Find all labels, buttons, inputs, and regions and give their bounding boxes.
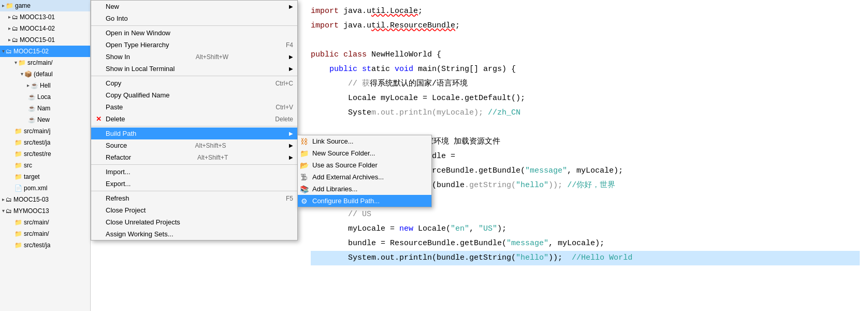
tree-label: src/test/ja: [24, 241, 50, 250]
menu-item-refactor[interactable]: Refactor Alt+Shift+T ▶: [91, 151, 297, 163]
menu-item-source[interactable]: Source Alt+Shift+S ▶: [91, 139, 297, 151]
tree-label: game: [15, 1, 31, 10]
submenu-arrow: ▶: [284, 154, 293, 160]
folder-icon: 📁: [6, 1, 13, 10]
menu-item-delete[interactable]: ✕ Delete Delete: [91, 113, 297, 125]
tree-item-mymooc13[interactable]: ▾ 🗂 MYMOOC13: [0, 205, 90, 217]
configure-build-path-icon: ⚙: [300, 197, 308, 205]
menu-item-assign-working-sets[interactable]: Assign Working Sets...: [91, 228, 297, 240]
new-source-folder-icon: 📁: [300, 149, 308, 158]
tree-item-mooc13[interactable]: ▸ 🗂 MOOC13-01: [0, 11, 90, 23]
project-icon: 🗂: [6, 47, 12, 56]
tree-label: MOOC15-03: [13, 195, 49, 204]
tree-item-mooc15-02[interactable]: ▾ 🗂 MOOC15-02: [0, 46, 90, 57]
tree-item-mooc14[interactable]: ▸ 🗂 MOOC14-02: [0, 23, 90, 34]
separator: [91, 76, 297, 76]
project-icon: 🗂: [6, 195, 12, 204]
class-icon: ☕: [28, 92, 36, 102]
expand-arrow: ▸: [8, 12, 11, 22]
tree-item-target[interactable]: 📁 target: [0, 171, 90, 182]
tree-label: src/main/j: [24, 126, 50, 136]
submenu-item-add-libraries[interactable]: 📚 Add Libraries...: [298, 183, 431, 195]
tree-item-game[interactable]: ▸ 📁 game: [0, 0, 90, 11]
submenu-arrow: ▶: [284, 54, 293, 60]
tree-label: target: [24, 172, 40, 181]
file-icon: 📄: [15, 183, 22, 193]
code-line: myLocale = new Locale("en", "US");: [311, 222, 860, 236]
menu-item-import[interactable]: Import...: [91, 166, 297, 178]
tree-label: src: [24, 161, 32, 170]
tree-label: Nam: [37, 104, 50, 113]
tree-item-src[interactable]: 📁 src: [0, 160, 90, 171]
tree-item-srctestre[interactable]: 📁 src/test/re: [0, 148, 90, 160]
menu-label: Add External Archives...: [312, 173, 384, 181]
submenu-arrow: ▶: [284, 143, 293, 148]
submenu-item-use-as-source[interactable]: 📂 Use as Source Folder: [298, 159, 431, 171]
project-icon: 🗂: [12, 12, 18, 22]
code-line: import java.util.ResourceBundle;: [311, 19, 860, 33]
menu-item-copy[interactable]: Copy Ctrl+C: [91, 77, 297, 89]
menu-item-export[interactable]: Export...: [91, 178, 297, 190]
submenu-arrow: ▶: [284, 66, 293, 72]
menu-label: Show in Local Terminal: [106, 65, 175, 73]
menu-shortcut: Alt+Shift+T: [187, 154, 228, 161]
menu-item-show-in[interactable]: Show In Alt+Shift+W ▶: [91, 51, 297, 63]
tree-label: src/main/: [27, 58, 53, 67]
menu-shortcut: Delete: [265, 116, 293, 123]
separator: [91, 164, 297, 165]
tree-item-default[interactable]: ▾ 📦 (defaul: [0, 68, 90, 80]
expand-arrow: ▸: [2, 195, 5, 204]
menu-label: Build Path: [106, 130, 136, 137]
menu-label: Paste: [106, 103, 123, 111]
tree-item-mymooc-srcmain1[interactable]: 📁 src/main/: [0, 217, 90, 228]
code-line: public static void main(String[] args) {: [311, 62, 860, 77]
tree-item-hell[interactable]: ▸ ☕ Hell: [0, 80, 90, 91]
tree-item-srctestja[interactable]: 📁 src/test/ja: [0, 137, 90, 148]
tree-item-mooc15-03[interactable]: ▸ 🗂 MOOC15-03: [0, 194, 90, 205]
menu-item-open-new-window[interactable]: Open in New Window: [91, 27, 297, 39]
tree-label: New: [37, 115, 50, 124]
folder-icon: 📁: [15, 161, 22, 170]
tree-label: Hell: [40, 81, 51, 90]
menu-item-new[interactable]: New ▶: [91, 1, 297, 12]
tree-item-mymooc-srcmain2[interactable]: 📁 src/main/: [0, 228, 90, 239]
menu-item-copy-qualified[interactable]: Copy Qualified Name: [91, 89, 297, 101]
tree-item-loca[interactable]: ☕ Loca: [0, 91, 90, 103]
menu-item-go-into[interactable]: Go Into: [91, 12, 297, 24]
file-tree: ▸ 📁 game ▸ 🗂 MOOC13-01 ▸ 🗂 MOOC14-02 ▸ 🗂…: [0, 0, 91, 311]
submenu-item-link-source[interactable]: ⛓ Link Source...: [298, 135, 431, 147]
tree-item-srcmain[interactable]: ▾ 📁 src/main/: [0, 57, 90, 68]
tree-item-new[interactable]: ☕ New: [0, 114, 90, 125]
class-icon: ☕: [28, 104, 36, 113]
tree-label: src/main/: [24, 229, 49, 238]
project-icon: 🗂: [12, 35, 18, 45]
menu-label: Go Into: [106, 15, 128, 22]
code-line: [311, 33, 860, 48]
tree-label: pom.xml: [24, 183, 47, 193]
submenu-item-configure-build-path[interactable]: ⚙ Configure Build Path...: [298, 195, 431, 207]
tree-item-srcmainj[interactable]: 📁 src/main/j: [0, 125, 90, 137]
menu-label: Copy: [106, 79, 121, 87]
menu-label: Refactor: [106, 153, 131, 161]
tree-item-pomxml[interactable]: 📄 pom.xml: [0, 182, 90, 194]
menu-item-paste[interactable]: Paste Ctrl+V: [91, 101, 297, 113]
menu-item-close-project[interactable]: Close Project: [91, 204, 297, 216]
submenu-item-new-source-folder[interactable]: 📁 New Source Folder...: [298, 147, 431, 159]
menu-label: Close Unrelated Projects: [106, 218, 180, 226]
tree-label: (defaul: [34, 69, 53, 79]
menu-item-show-local-terminal[interactable]: Show in Local Terminal ▶: [91, 63, 297, 75]
tree-item-nam[interactable]: ☕ Nam: [0, 103, 90, 114]
menu-item-close-unrelated[interactable]: Close Unrelated Projects: [91, 216, 297, 228]
tree-item-mooc15-01[interactable]: ▸ 🗂 MOOC15-01: [0, 34, 90, 46]
expand-arrow: ▸: [8, 24, 11, 33]
folder-icon: 📁: [15, 218, 22, 227]
tree-label: MOOC15-01: [20, 35, 55, 45]
tree-item-mymooc-srctestja[interactable]: 📁 src/test/ja: [0, 239, 90, 251]
menu-item-open-type-hierarchy[interactable]: Open Type Hierarchy F4: [91, 39, 297, 51]
menu-item-build-path[interactable]: Build Path ▶: [91, 128, 297, 139]
menu-label: New: [106, 3, 119, 10]
separator: [91, 191, 297, 191]
menu-item-refresh[interactable]: Refresh F5: [91, 192, 297, 204]
submenu-item-add-external-archives[interactable]: 🗜 Add External Archives...: [298, 171, 431, 183]
use-as-source-icon: 📂: [300, 161, 308, 169]
